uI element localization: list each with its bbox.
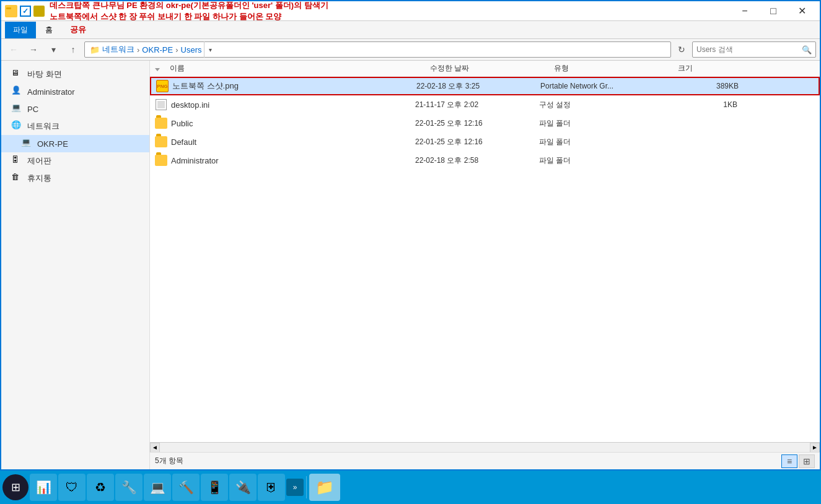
taskbar-usb-btn[interactable]: 🔌 — [229, 474, 257, 501]
taskbar-shield2-btn[interactable]: ⛨ — [258, 474, 285, 501]
pc-task-icon: 💻 — [150, 480, 165, 495]
user-icon: 👤 — [11, 85, 24, 98]
file-item-ini[interactable]: desktop.ini 21-11-17 오후 2:02 구성 설정 1KB — [150, 95, 820, 114]
main-area: 🖥 바탕 화면 👤 Administrator 💻 PC 🌐 네트워크 💻 OK… — [1, 61, 820, 469]
folder-icon — [5, 5, 17, 17]
path-dropdown-button[interactable]: ▾ — [204, 41, 216, 58]
network-icon: 🌐 — [11, 120, 24, 133]
file-item-png[interactable]: PNG 노트북쪽 스샷.png 22-02-18 오후 3:25 Portabl… — [150, 77, 820, 95]
ribbon-tabs: 파일 홈 공유 — [1, 21, 820, 38]
refresh-button[interactable]: ↻ — [674, 41, 690, 58]
sidebar-item-desktop[interactable]: 🖥 바탕 화면 — [1, 66, 149, 83]
folder-address-icon: 📁 — [90, 45, 100, 54]
refresh-icon: ↻ — [678, 45, 685, 54]
search-box: 🔍 — [692, 41, 816, 58]
sidebar-item-network[interactable]: 🌐 네트워크 — [1, 118, 149, 135]
file-list: PNG 노트북쪽 스샷.png 22-02-18 오후 3:25 Portabl… — [150, 77, 820, 442]
okrpe-icon: 💻 — [21, 137, 33, 150]
file-label-administrator: Administrator — [171, 156, 219, 165]
address-bar: ← → ▾ ↑ 📁 네트워크 › OKR-PE › Users ▾ ↻ 🔍 — [1, 39, 820, 61]
folder-public-icon — [155, 117, 167, 129]
taskbar-purple-btn[interactable]: 📱 — [201, 474, 228, 501]
recycle-icon: 🗑 — [11, 172, 24, 185]
file-name-ini: desktop.ini — [155, 98, 415, 111]
file-label-public: Public — [171, 119, 193, 128]
file-label-png: 노트북쪽 스샷.png — [172, 80, 239, 92]
sidebar-label-recycle: 휴지통 — [27, 173, 51, 184]
shield-icon: 🛡 — [66, 480, 78, 495]
shield2-icon: ⛨ — [265, 480, 278, 495]
sidebar-item-control[interactable]: 🎛 제어판 — [1, 152, 149, 170]
tab-file[interactable]: 파일 — [5, 22, 36, 38]
ribbon: 파일 홈 공유 — [1, 21, 820, 39]
sidebar-label-okrpe: OKR-PE — [37, 139, 68, 149]
address-path: 📁 네트워크 › OKR-PE › Users ▾ — [84, 41, 671, 58]
taskbar-tools-btn[interactable]: 🔨 — [172, 474, 200, 501]
file-date-png: 22-02-18 오후 3:25 — [416, 81, 540, 92]
taskbar-monitor-btn[interactable]: 📊 — [30, 474, 57, 501]
taskbar-pc-btn[interactable]: 💻 — [144, 474, 171, 501]
grid-view-button[interactable]: ⊞ — [799, 454, 815, 468]
checkbox-icon: ✓ — [20, 6, 31, 17]
collapse-button[interactable] — [155, 64, 167, 73]
column-header-size[interactable]: 크기 — [675, 63, 750, 74]
title-bar: ✓ 데스크탑쪽 큰나무님 PE 환경의 okr-pe(기본공유폴더인 'user… — [1, 1, 820, 21]
path-okrpe[interactable]: OKR-PE — [142, 45, 173, 54]
column-header-date[interactable]: 수정한 날짜 — [428, 63, 551, 74]
file-type-png: Portable Network Gr... — [540, 82, 664, 90]
dropdown-button[interactable]: ▾ — [45, 41, 62, 58]
file-item-public[interactable]: Public 22-01-25 오후 12:16 파일 폴더 — [150, 114, 820, 133]
tab-home[interactable]: 홈 — [37, 22, 61, 38]
file-type-administrator: 파일 폴더 — [539, 155, 663, 166]
search-icon[interactable]: 🔍 — [802, 45, 812, 54]
tab-share[interactable]: 공유 — [62, 21, 94, 38]
chevron-down-icon: ▾ — [51, 45, 56, 54]
file-item-default[interactable]: Default 22-01-25 오후 12:16 파일 폴더 — [150, 133, 820, 151]
file-size-ini: 1KB — [663, 100, 737, 109]
path-users[interactable]: Users — [181, 45, 202, 54]
sidebar: 🖥 바탕 화면 👤 Administrator 💻 PC 🌐 네트워크 💻 OK… — [1, 61, 150, 469]
file-item-administrator-folder[interactable]: Administrator 22-02-18 오후 2:58 파일 폴더 — [150, 151, 820, 170]
scroll-left-button[interactable]: ◄ — [150, 443, 160, 453]
desktop-icon: 🖥 — [11, 68, 24, 80]
title-controls: − □ ✕ — [731, 1, 816, 21]
search-input[interactable] — [696, 45, 799, 54]
scroll-track[interactable] — [160, 443, 810, 453]
file-date-public: 22-01-25 오후 12:16 — [415, 118, 539, 129]
taskbar-overflow-button[interactable]: » — [286, 479, 304, 496]
scroll-right-button[interactable]: ► — [810, 443, 820, 453]
sidebar-item-recycle[interactable]: 🗑 휴지통 — [1, 170, 149, 187]
sidebar-item-okrpe[interactable]: 💻 OKR-PE — [1, 135, 149, 152]
taskbar-tool1-btn[interactable]: 🔧 — [115, 474, 143, 501]
recycle-task-icon: ♻ — [95, 480, 106, 495]
up-button[interactable]: ↑ — [64, 41, 82, 58]
taskbar-recycle-btn[interactable]: ♻ — [87, 474, 114, 501]
minimize-button[interactable]: − — [731, 1, 759, 21]
forward-button[interactable]: → — [25, 41, 42, 58]
sort-bar: 이름 수정한 날짜 유형 크기 — [150, 61, 820, 77]
separator1: › — [137, 45, 139, 54]
status-bar: 5개 항목 ≡ ⊞ — [150, 452, 820, 469]
sidebar-item-administrator[interactable]: 👤 Administrator — [1, 83, 149, 100]
forward-arrow-icon: → — [29, 45, 38, 54]
back-button[interactable]: ← — [5, 41, 22, 58]
content-area: 이름 수정한 날짜 유형 크기 PNG 노트북쪽 스샷.png 22-0 — [150, 61, 820, 469]
start-button[interactable]: ⊞ — [2, 474, 29, 500]
title-line2: 노트북쪽에서 스샷 한 장 푸쉬 보내기 한 파일 하나가 들어온 모양 — [50, 11, 726, 22]
sidebar-label-control: 제어판 — [27, 155, 51, 167]
folder-default-icon — [155, 136, 167, 148]
list-view-button[interactable]: ≡ — [781, 454, 797, 468]
sidebar-label-network: 네트워크 — [27, 121, 59, 132]
maximize-button[interactable]: □ — [759, 1, 788, 21]
sidebar-item-pc[interactable]: 💻 PC — [1, 100, 149, 118]
taskbar-shield-btn[interactable]: 🛡 — [58, 474, 86, 501]
taskbar-folder-button[interactable]: 📁 — [309, 474, 340, 501]
back-arrow-icon: ← — [9, 45, 18, 54]
column-header-type[interactable]: 유형 — [551, 63, 675, 74]
ini-file-icon — [155, 98, 167, 111]
column-header-name[interactable]: 이름 — [167, 63, 428, 74]
close-button[interactable]: ✕ — [788, 1, 816, 21]
path-network[interactable]: 네트워크 — [102, 44, 134, 55]
file-type-default: 파일 폴더 — [539, 137, 663, 147]
tool1-icon: 🔧 — [121, 480, 137, 495]
